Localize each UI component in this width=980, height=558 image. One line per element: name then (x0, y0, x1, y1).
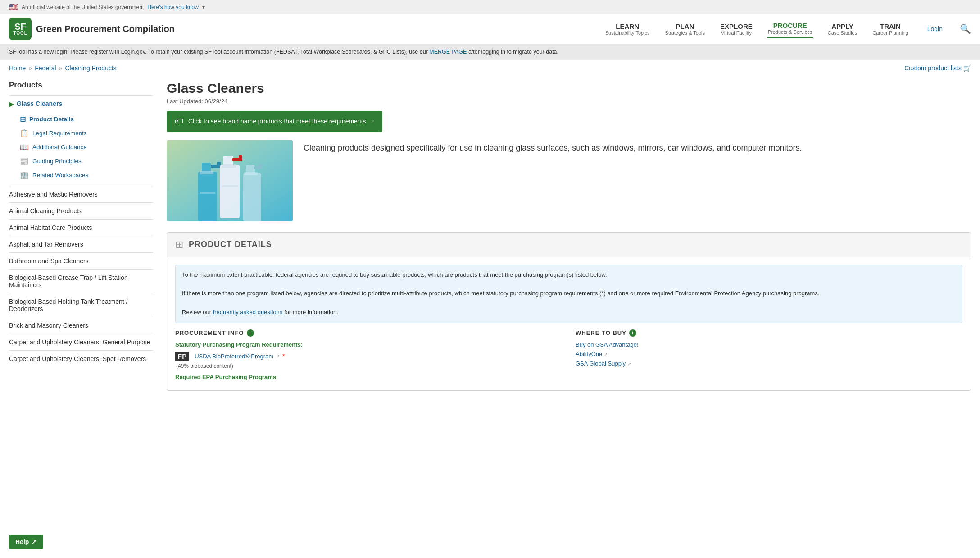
product-details-icon: ⊞ (175, 239, 183, 251)
red-asterisk: * (282, 352, 285, 360)
nav-train-label: TRAIN (872, 23, 908, 30)
product-details-header: ⊞ PRODUCT DETAILS (167, 233, 971, 257)
sidebar-item-brick[interactable]: Brick and Masonry Cleaners (9, 317, 153, 334)
merge-page-link[interactable]: MERGE PAGE (429, 49, 467, 55)
nav-procure[interactable]: PROCURE Products & Services (767, 20, 813, 38)
nav-learn-label: LEARN (605, 23, 650, 30)
svg-rect-11 (222, 164, 236, 168)
nav-plan-sub: Strategies & Tools (665, 30, 705, 36)
breadcrumb-federal[interactable]: Federal (35, 64, 56, 72)
sub-item-product-details[interactable]: ⊞ Product Details (20, 112, 153, 126)
ability-one-link[interactable]: AbilityOne ↗ (576, 351, 962, 357)
svg-rect-17 (244, 172, 258, 175)
brand-products-button[interactable]: 🏷 Click to see brand name products that … (167, 111, 382, 132)
login-link[interactable]: Login (927, 25, 943, 32)
pd-info-line2: If there is more than one program listed… (182, 289, 956, 298)
sidebar-item-carpet-general[interactable]: Carpet and Upholstery Cleaners, General … (9, 334, 153, 350)
program-ext-icon: ↗ (276, 354, 280, 359)
breadcrumb-sep2: » (59, 64, 63, 72)
breadcrumb-cleaning-products[interactable]: Cleaning Products (65, 64, 116, 72)
where-to-buy-links: Buy on GSA Advantage! AbilityOne ↗ GSA G… (576, 341, 962, 367)
procurement-info-title: PROCUREMENT INFO i (175, 329, 562, 337)
svg-rect-1 (198, 172, 217, 221)
how-you-know-link[interactable]: Here's how you know (147, 4, 199, 10)
nav-procure-sub: Products & Services (768, 29, 812, 35)
svg-rect-5 (200, 171, 213, 174)
product-details-section: ⊞ PRODUCT DETAILS To the maximum extent … (167, 232, 971, 391)
workspace-icon: 🏢 (20, 171, 29, 179)
sub-menu: ⊞ Product Details 📋 Legal Requirements 📖… (9, 112, 153, 186)
logo-area: SF TOOL Green Procurement Compilation (9, 18, 175, 40)
breadcrumb-bar: Home » Federal » Cleaning Products Custo… (0, 60, 980, 76)
breadcrumb: Home » Federal » Cleaning Products (9, 64, 117, 72)
nav-apply-sub: Case Studies (828, 30, 857, 36)
sidebar-item-asphalt[interactable]: Asphalt and Tar Removers (9, 236, 153, 252)
sub-item-legal-requirements[interactable]: 📋 Legal Requirements (20, 126, 153, 140)
sidebar-item-animal-habitat[interactable]: Animal Habitat Care Products (9, 219, 153, 236)
nav-train[interactable]: TRAIN Career Planning (871, 21, 909, 37)
site-logo[interactable]: SF TOOL (9, 18, 32, 40)
custom-lists-link[interactable]: Custom product lists 🛒 (904, 64, 971, 72)
required-label: Required EPA Purchasing Programs: (175, 374, 562, 380)
where-to-buy-col: WHERE TO BUY i Buy on GSA Advantage! Abi… (576, 329, 962, 383)
site-title: Green Procurement Compilation (36, 24, 175, 34)
book-icon: 📖 (20, 143, 29, 151)
brand-btn-label: Click to see brand name products that me… (188, 118, 366, 125)
fp-badge: FP (175, 352, 189, 361)
pd-info-line1: To the maximum extent practicable, feder… (182, 270, 956, 280)
nav-plan[interactable]: PLAN Strategies & Tools (664, 21, 706, 37)
sidebar-item-holding-tank[interactable]: Biological-Based Holding Tank Treatment … (9, 293, 153, 317)
procurement-info-col: PROCUREMENT INFO i Statutory Purchasing … (175, 329, 562, 383)
svg-rect-13 (243, 173, 261, 221)
nav-apply[interactable]: APPLY Case Studies (827, 21, 858, 37)
external-link-icon: ↗ (371, 119, 374, 124)
alert-banner: SFTool has a new login! Please register … (0, 44, 980, 60)
custom-lists-label: Custom product lists (904, 64, 962, 72)
pd-info-line3: Review our frequently asked questions fo… (182, 308, 956, 317)
sidebar-item-animal-cleaning[interactable]: Animal Cleaning Products (9, 202, 153, 219)
where-to-buy-title: WHERE TO BUY i (576, 329, 962, 337)
sidebar-categories: Adhesive and Mastic Removers Animal Clea… (9, 186, 153, 367)
gov-banner: 🇺🇸 An official website of the United Sta… (0, 0, 980, 14)
sidebar-item-grease-trap[interactable]: Biological-Based Grease Trap / Lift Stat… (9, 269, 153, 293)
nav-apply-label: APPLY (828, 23, 857, 30)
gov-text: An official website of the United States… (22, 4, 144, 10)
nav-learn[interactable]: LEARN Sustainability Topics (604, 21, 651, 37)
main-layout: Products ▶ Glass Cleaners ⊞ Product Deta… (0, 76, 980, 391)
product-image-svg (167, 140, 293, 221)
sidebar-item-adhesive[interactable]: Adhesive and Mastic Removers (9, 186, 153, 202)
alert-text2: after logging in to migrate your data. (468, 49, 558, 55)
procurement-info-icon: i (247, 329, 254, 337)
sub-item-workspaces-label: Related Workspaces (32, 172, 88, 178)
statutory-label: Statutory Purchasing Program Requirement… (175, 341, 562, 348)
nav-learn-sub: Sustainability Topics (605, 30, 650, 36)
biopreferred-link[interactable]: USDA BioPreferred® Program (195, 353, 273, 360)
sidebar-item-carpet-spot[interactable]: Carpet and Upholstery Cleaners, Spot Rem… (9, 350, 153, 367)
product-details-title: PRODUCT DETAILS (189, 240, 272, 249)
sub-item-guidance-label: Additional Guidance (32, 144, 87, 151)
sidebar-active-cat-label: Glass Cleaners (17, 100, 62, 107)
faq-link[interactable]: frequently asked questions (213, 309, 283, 316)
biobased-note: (49% biobased content) (176, 363, 562, 369)
sidebar-item-glass-cleaners[interactable]: ▶ Glass Cleaners (9, 95, 153, 112)
sub-item-additional-guidance[interactable]: 📖 Additional Guidance (20, 140, 153, 154)
grid-icon: ⊞ (20, 115, 26, 123)
breadcrumb-home[interactable]: Home (9, 64, 26, 72)
gsa-global-supply-link[interactable]: GSA Global Supply ↗ (576, 360, 962, 367)
search-icon[interactable]: 🔍 (960, 23, 971, 34)
svg-rect-10 (239, 155, 242, 161)
gsa-advantage-link[interactable]: Buy on GSA Advantage! (576, 341, 962, 348)
product-details-body: To the maximum extent practicable, feder… (167, 257, 971, 390)
sub-item-related-workspaces[interactable]: 🏢 Related Workspaces (20, 168, 153, 182)
where-to-buy-info-icon: i (629, 329, 636, 337)
nav-explore[interactable]: EXPLORE Virtual Facility (719, 21, 753, 37)
sub-item-legal-label: Legal Requirements (32, 130, 87, 137)
sub-item-guiding-principles[interactable]: 📰 Guiding Principles (20, 154, 153, 168)
product-description: Cleaning products designed specifically … (304, 140, 802, 221)
sidebar-title: Products (9, 81, 153, 90)
nav-procure-label: PROCURE (768, 22, 812, 29)
program-line-fp: FP USDA BioPreferred® Program ↗ * (175, 352, 562, 361)
sidebar-item-bathroom[interactable]: Bathroom and Spa Cleaners (9, 252, 153, 269)
arrow-icon: ▶ (9, 101, 14, 108)
sidebar: Products ▶ Glass Cleaners ⊞ Product Deta… (9, 76, 162, 391)
